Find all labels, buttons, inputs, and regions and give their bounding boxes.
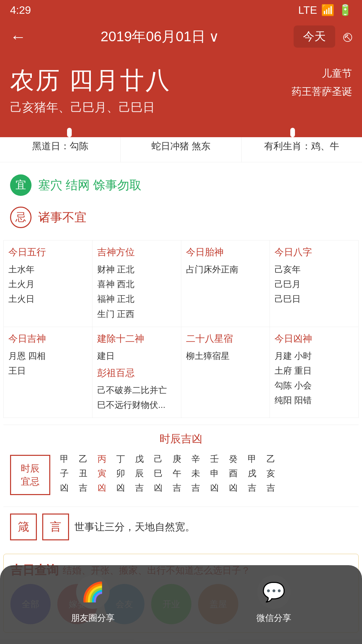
xingsu-content: 柳土獐宿星 — [186, 348, 265, 363]
status-icons: LTE 📶 🔋 — [298, 4, 352, 16]
yi-text: 塞穴 结网 馀事勿取 — [38, 177, 141, 194]
pengzu-title: 彭祖百忌 — [97, 367, 176, 379]
sc-wu: 午 — [170, 468, 184, 479]
sc-xiong6: 凶 — [226, 482, 241, 494]
ji-badge: 忌 — [10, 207, 32, 228]
sc-xin1: 辛 — [188, 453, 203, 465]
grid-row-1: 今日五行 土水年 土火月 土火日 吉神方位 财神 正北 喜神 西北 福神 正北 … — [4, 240, 359, 327]
sc-ji5: 吉 — [245, 482, 259, 494]
jian-stamp1: 箴 — [10, 514, 37, 540]
jishen-content: 财神 正北 喜神 西北 福神 正北 生门 正西 — [97, 262, 176, 321]
jianshen-title: 建除十二神 — [97, 332, 176, 345]
weixin-icon: 💬 — [257, 575, 291, 609]
sc-xiong4: 凶 — [151, 482, 166, 494]
shichen-body: 时辰宜忌 甲 乙 丙 丁 戊 己 庚 辛 壬 癸 甲 乙 — [10, 453, 352, 496]
weixin-label: 微信分享 — [256, 612, 291, 624]
ji-row: 忌 诸事不宜 — [10, 201, 352, 233]
shichen-grid: 甲 乙 丙 丁 戊 己 庚 辛 壬 癸 甲 乙 子 丑 寅 卯 — [57, 453, 352, 496]
hero-section: 农历 四月廿八 己亥猪年、己巳月、己巳日 儿童节 药王菩萨圣诞 — [0, 58, 362, 132]
lte-icon: LTE — [298, 4, 317, 16]
shichen-row-dizhi: 子 丑 寅 卯 辰 巳 午 未 申 酉 戌 亥 — [57, 468, 352, 479]
year-text: 己亥猪年、己巳月、己巳日 — [10, 99, 292, 116]
shichen-row-jixiong: 凶 吉 凶 凶 吉 凶 吉 吉 凶 凶 吉 吉 — [57, 482, 352, 494]
sc-yi2: 乙 — [263, 453, 278, 465]
today-button[interactable]: 今天 — [294, 25, 335, 48]
shichen-title: 时辰吉凶 — [10, 432, 352, 446]
grid-cell-taishen: 今日胎神 占门床外正南 — [181, 240, 270, 327]
shichen-section: 时辰吉凶 时辰宜忌 甲 乙 丙 丁 戊 己 庚 辛 壬 癸 甲 乙 — [3, 425, 359, 503]
holiday2: 药王菩萨圣诞 — [292, 83, 352, 101]
chevron-down-icon: ∨ — [209, 29, 219, 45]
grid-cell-xingsu: 二十八星宿 柳土獐宿星 — [181, 327, 270, 418]
sc-hai: 亥 — [263, 468, 278, 479]
jishen2-content: 月恩 四相 王日 — [8, 348, 87, 378]
grid-cell-jianshen: 建除十二神 建日 彭祖百忌 己不破券二比并亡 巳不远行财物伏... — [93, 327, 181, 418]
sc-wu1: 戊 — [132, 453, 147, 465]
sc-bing1: 丙 — [95, 453, 109, 465]
sc-zi: 子 — [57, 468, 72, 479]
yi-ji-section: 宜 塞穴 结网 馀事勿取 忌 诸事不宜 — [0, 162, 362, 240]
sc-chen: 辰 — [132, 468, 147, 479]
sc-ji3: 吉 — [170, 482, 184, 494]
shichen-stamp: 时辰宜忌 — [10, 455, 50, 495]
bazi-title: 今日八字 — [275, 246, 354, 259]
grid-cell-wuxing: 今日五行 土水年 土火月 土火日 — [4, 240, 93, 327]
sc-shen: 申 — [207, 468, 222, 479]
sc-xiong2: 凶 — [95, 482, 109, 494]
share-bar: 🌈 朋友圈分享 💬 微信分享 — [0, 565, 362, 644]
grid-table-row1: 今日五行 土水年 土火月 土火日 吉神方位 财神 正北 喜神 西北 福神 正北 … — [3, 240, 359, 327]
dot-left — [67, 128, 72, 137]
sc-jia1: 甲 — [57, 453, 72, 465]
sc-ding1: 丁 — [113, 453, 128, 465]
sc-geng1: 庚 — [170, 453, 184, 465]
share-pengyouquan[interactable]: 🌈 朋友圈分享 — [71, 575, 115, 624]
xiongshen-title: 今日凶神 — [275, 332, 354, 345]
grid-table-row2: 今日吉神 月恩 四相 王日 建除十二神 建日 彭祖百忌 己不破券二比并亡 巳不远… — [3, 327, 359, 418]
shichen-row-tiangan: 甲 乙 丙 丁 戊 己 庚 辛 壬 癸 甲 乙 — [57, 453, 352, 465]
status-bar: 4:29 LTE 📶 🔋 — [0, 0, 362, 20]
jian-stamp2: 言 — [42, 514, 69, 540]
share-icon[interactable]: ⎋ — [343, 28, 352, 45]
jianshen-content: 建日 — [97, 348, 176, 363]
wuxing-title: 今日五行 — [8, 246, 87, 259]
sc-gui1: 癸 — [226, 453, 241, 465]
pengyouquan-icon: 🌈 — [76, 575, 110, 609]
sc-yin: 寅 — [95, 468, 109, 479]
header-date: 2019年06月01日 — [101, 27, 205, 46]
sc-ji6: 吉 — [263, 482, 278, 494]
back-button[interactable]: ← — [10, 28, 26, 46]
signal-icon: 📶 — [321, 4, 335, 16]
taishen-title: 今日胎神 — [186, 246, 265, 259]
holiday1: 儿童节 — [292, 64, 352, 83]
sc-si: 巳 — [151, 468, 166, 479]
grid-cell-jishen2: 今日吉神 月恩 四相 王日 — [4, 327, 93, 418]
taishen-content: 占门床外正南 — [186, 262, 265, 277]
status-time: 4:29 — [10, 4, 31, 16]
sc-xu: 戌 — [245, 468, 259, 479]
grid-cell-bazi: 今日八字 己亥年 己巳月 己巳日 — [270, 240, 359, 327]
jishen2-title: 今日吉神 — [8, 332, 87, 345]
share-weixin[interactable]: 💬 微信分享 — [256, 575, 291, 624]
wuxing-content: 土水年 土火月 土火日 — [8, 262, 87, 307]
sc-xiong1: 凶 — [57, 482, 72, 494]
sc-ji1: 吉 — [76, 482, 90, 494]
jian-text: 世事让三分，天地自然宽。 — [74, 519, 195, 535]
sc-wei: 未 — [188, 468, 203, 479]
pengzu-content: 己不破券二比并亡 巳不远行财物伏... — [97, 383, 176, 412]
dot-right — [290, 128, 295, 137]
main-card: 黑道日：勾陈 蛇日冲猪 煞东 有利生肖：鸡、牛 宜 塞穴 结网 馀事勿取 忌 诸… — [0, 130, 362, 639]
date-selector[interactable]: 2019年06月01日 ∨ — [101, 27, 219, 46]
lunar-date: 农历 四月廿八 — [10, 64, 292, 97]
jian-section: 箴 言 世事让三分，天地自然宽。 — [3, 506, 359, 547]
sc-xiong5: 凶 — [207, 482, 222, 494]
grid-cell-jishen: 吉神方位 财神 正北 喜神 西北 福神 正北 生门 正西 — [93, 240, 181, 327]
sc-you: 酉 — [226, 468, 241, 479]
header-right: 今天 ⎋ — [294, 25, 352, 48]
header: ← 2019年06月01日 ∨ 今天 ⎋ — [0, 20, 362, 58]
ji-text: 诸事不宜 — [38, 209, 86, 226]
pengyouquan-label: 朋友圈分享 — [71, 612, 115, 624]
sc-mao: 卯 — [113, 468, 128, 479]
sc-chou: 丑 — [76, 468, 90, 479]
xiongshen-content: 月建 小时 土府 重日 勾陈 小会 纯阳 阳错 — [275, 348, 354, 408]
grid-cell-xiongshen: 今日凶神 月建 小时 土府 重日 勾陈 小会 纯阳 阳错 — [270, 327, 359, 418]
